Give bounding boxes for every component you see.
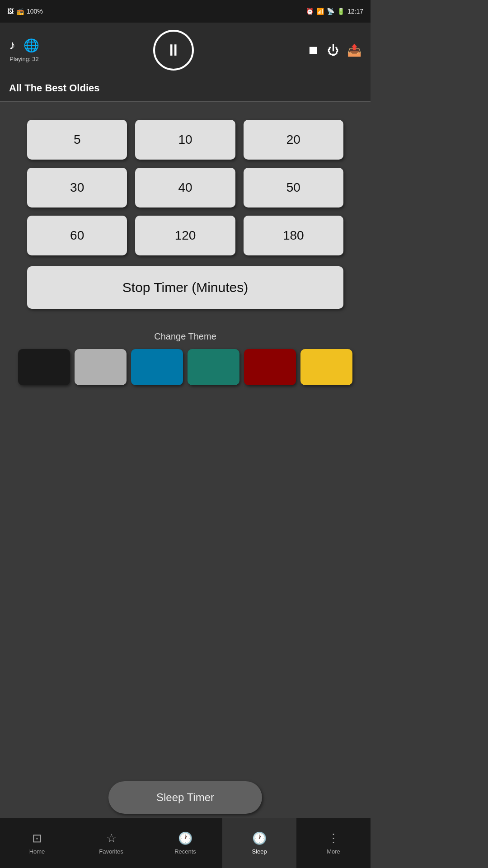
timer-section: 5 10 20 30 40 50 60 120 180 Stop Timer (… [0, 102, 371, 331]
time-display: 12:17 [347, 8, 363, 15]
nav-label-recents: Recents [174, 848, 196, 855]
timer-button-30[interactable]: 30 [27, 168, 127, 208]
sleep-timer-button[interactable]: Sleep Timer [108, 781, 262, 814]
theme-swatch-yellow[interactable] [300, 349, 352, 385]
player-right: ⏹ ⏻ 📤 [307, 43, 361, 57]
timer-button-10[interactable]: 10 [135, 120, 235, 160]
music-note-icon[interactable]: ♪ [9, 38, 15, 53]
station-name: All The Best Oldies [0, 78, 371, 102]
timer-button-120[interactable]: 120 [135, 216, 235, 255]
favorites-icon: ☆ [106, 831, 117, 845]
nav-label-favorites: Favorites [99, 848, 123, 855]
pause-button[interactable]: ⏸ [153, 30, 194, 71]
nav-item-sleep[interactable]: 🕐 Sleep [222, 818, 296, 868]
home-icon: ⊡ [32, 831, 42, 845]
wifi-icon: 📶 [316, 8, 324, 15]
status-bar: 🖼 📻 100% ⏰ 📶 📡 🔋 12:17 [0, 0, 371, 23]
theme-label: Change Theme [18, 331, 352, 342]
more-icon: ⋮ [328, 831, 339, 845]
pause-icon: ⏸ [165, 42, 182, 58]
photo-icon: 🖼 [7, 8, 14, 15]
recents-icon: 🕐 [178, 831, 192, 845]
sleep-nav-icon: 🕐 [252, 831, 267, 845]
battery-icon: 🔋 [337, 8, 345, 15]
nav-label-sleep: Sleep [252, 848, 267, 855]
theme-swatch-black[interactable] [18, 349, 70, 385]
radio-icon: 📻 [16, 8, 24, 15]
theme-swatch-gray[interactable] [75, 349, 127, 385]
player-left: ♪ 🌐 Playing: 32 [9, 38, 39, 62]
theme-swatch-red[interactable] [244, 349, 296, 385]
status-right: ⏰ 📶 📡 🔋 12:17 [306, 8, 363, 15]
globe-icon[interactable]: 🌐 [23, 38, 39, 53]
battery-number: 100% [27, 8, 43, 15]
nav-label-home: Home [29, 848, 45, 855]
nav-item-favorites[interactable]: ☆ Favorites [74, 818, 148, 868]
stop-timer-button[interactable]: Stop Timer (Minutes) [27, 266, 343, 309]
signal-icon: 📡 [327, 8, 334, 15]
timer-button-50[interactable]: 50 [244, 168, 343, 208]
status-left: 🖼 📻 100% [7, 8, 43, 15]
share-icon[interactable]: 📤 [347, 43, 361, 57]
player-header: ♪ 🌐 Playing: 32 ⏸ ⏹ ⏻ 📤 [0, 23, 371, 78]
timer-grid: 5 10 20 30 40 50 60 120 180 [27, 120, 343, 255]
theme-swatch-blue[interactable] [131, 349, 183, 385]
theme-color-swatches [18, 349, 352, 385]
timer-button-20[interactable]: 20 [244, 120, 343, 160]
bottom-nav: ⊡ Home ☆ Favorites 🕐 Recents 🕐 Sleep ⋮ M… [0, 818, 371, 868]
playing-label: Playing: 32 [9, 56, 38, 62]
stop-icon[interactable]: ⏹ [307, 43, 319, 57]
nav-item-recents[interactable]: 🕐 Recents [148, 818, 222, 868]
theme-swatch-teal[interactable] [188, 349, 239, 385]
alarm-icon: ⏰ [306, 8, 314, 15]
timer-button-180[interactable]: 180 [244, 216, 343, 255]
nav-label-more: More [327, 848, 340, 855]
nav-item-more[interactable]: ⋮ More [296, 818, 371, 868]
timer-button-40[interactable]: 40 [135, 168, 235, 208]
player-left-icons: ♪ 🌐 [9, 38, 39, 53]
power-icon[interactable]: ⏻ [327, 43, 339, 57]
theme-section: Change Theme [0, 331, 371, 385]
timer-button-60[interactable]: 60 [27, 216, 127, 255]
timer-button-5[interactable]: 5 [27, 120, 127, 160]
nav-item-home[interactable]: ⊡ Home [0, 818, 74, 868]
sleep-timer-section: Sleep Timer [108, 781, 262, 814]
